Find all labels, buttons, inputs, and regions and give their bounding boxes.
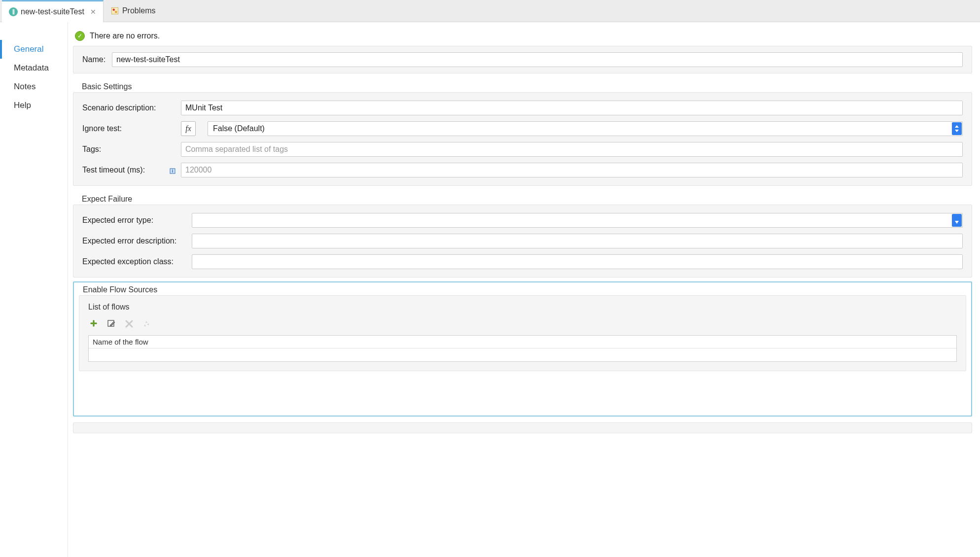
- ignore-test-label: Ignore test:: [82, 124, 181, 133]
- tags-label: Tags:: [82, 145, 181, 154]
- name-label: Name:: [82, 55, 112, 64]
- section-header-flow: Enable Flow Sources: [83, 285, 966, 294]
- flow-table-body: [89, 348, 956, 360]
- error-desc-label: Expected error description:: [82, 237, 192, 245]
- problems-icon: [110, 6, 119, 15]
- tags-input[interactable]: [181, 142, 963, 157]
- basic-settings-panel: Scenario description: Ignore test: fx Fa…: [73, 92, 972, 186]
- timeout-input[interactable]: [181, 163, 963, 177]
- sidebar-item-help[interactable]: Help: [0, 96, 68, 115]
- sidebar-item-label: Help: [14, 101, 31, 110]
- name-input[interactable]: [112, 52, 963, 67]
- check-icon: ✓: [75, 31, 85, 41]
- svg-point-1: [112, 9, 115, 11]
- timeout-label: Test timeout (ms):: [82, 166, 145, 174]
- dropdown-arrow-icon: [952, 214, 962, 227]
- dropdown-arrow-icon: [952, 122, 962, 135]
- name-panel: Name:: [73, 46, 972, 73]
- tab-test-suite[interactable]: ǁ new-test-suiteTest ✕: [2, 0, 104, 22]
- tab-problems[interactable]: Problems: [104, 0, 163, 22]
- sidebar-item-notes[interactable]: Notes: [0, 77, 68, 96]
- error-type-dropdown[interactable]: [192, 213, 963, 228]
- flow-sources-panel: Enable Flow Sources List of flows: [73, 281, 972, 417]
- flow-table[interactable]: Name of the flow: [88, 335, 957, 362]
- tab-label: Problems: [122, 6, 156, 15]
- munit-file-icon: ǁ: [9, 7, 18, 16]
- scenario-desc-label: Scenario description:: [82, 104, 181, 112]
- svg-point-2: [115, 11, 117, 13]
- status-bar: ✓ There are no errors.: [75, 31, 972, 41]
- section-header-basic: Basic Settings: [82, 82, 972, 91]
- svg-rect-0: [111, 7, 118, 14]
- flow-list-label: List of flows: [88, 303, 957, 312]
- error-desc-input[interactable]: [192, 234, 963, 248]
- sidebar-item-metadata[interactable]: Metadata: [0, 59, 68, 77]
- tab-label: new-test-suiteTest: [21, 7, 84, 16]
- exception-class-input[interactable]: [192, 254, 963, 269]
- configure-flow-button: [141, 318, 152, 329]
- section-header-expect: Expect Failure: [82, 195, 972, 204]
- info-icon[interactable]: i: [169, 168, 176, 174]
- sidebar-item-label: General: [14, 44, 43, 54]
- content: ✓ There are no errors. Name: Basic Setti…: [68, 22, 980, 557]
- close-icon[interactable]: ✕: [90, 8, 96, 16]
- scenario-desc-input[interactable]: [181, 101, 963, 115]
- dropdown-value: False (Default): [213, 124, 265, 133]
- delete-flow-button: [124, 318, 135, 329]
- flow-toolbar: [88, 318, 957, 329]
- svg-text:i: i: [172, 169, 174, 174]
- footer-panel: [73, 422, 972, 433]
- sidebar-item-label: Notes: [14, 82, 35, 91]
- ignore-test-dropdown[interactable]: False (Default): [208, 121, 963, 136]
- edit-flow-button[interactable]: [106, 318, 117, 329]
- error-type-label: Expected error type:: [82, 216, 192, 225]
- exception-class-label: Expected exception class:: [82, 257, 192, 266]
- add-flow-button[interactable]: [88, 318, 99, 329]
- flow-table-header: Name of the flow: [89, 336, 956, 348]
- tabbar: ǁ new-test-suiteTest ✕ Problems: [0, 0, 980, 22]
- sidebar-item-label: Metadata: [14, 63, 49, 72]
- sidebar-item-general[interactable]: General: [0, 40, 68, 59]
- expect-failure-panel: Expected error type: Expected error desc…: [73, 205, 972, 278]
- sidebar: General Metadata Notes Help: [0, 22, 68, 557]
- fx-expression-button[interactable]: fx: [181, 121, 196, 136]
- status-message: There are no errors.: [90, 32, 160, 40]
